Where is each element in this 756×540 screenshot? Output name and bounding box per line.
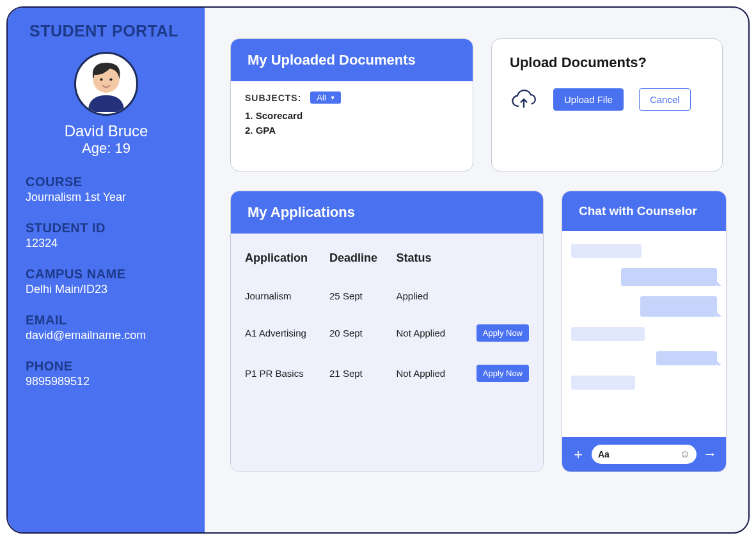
- chat-body: [562, 231, 726, 437]
- chat-bubble-outgoing: [656, 351, 717, 365]
- top-row: My Uploaded Documents SUBJECTS: All ▼ 1.…: [230, 38, 733, 171]
- main-content: My Uploaded Documents SUBJECTS: All ▼ 1.…: [205, 8, 748, 532]
- col-application: Application: [241, 245, 326, 279]
- cancel-upload-button[interactable]: Cancel: [639, 88, 691, 111]
- applications-body: Application Deadline Status Journalism 2…: [231, 234, 543, 472]
- subjects-label: SUBJECTS:: [245, 93, 301, 103]
- subjects-filter-value: All: [317, 93, 326, 102]
- chat-input-bar: ＋ Aa ☺ →: [562, 437, 726, 472]
- phone-label: PHONE: [26, 359, 187, 374]
- student-id-block: STUDENT ID 12324: [26, 221, 187, 250]
- apply-now-button[interactable]: Apply Now: [476, 365, 529, 382]
- student-id-label: STUDENT ID: [26, 221, 187, 235]
- cell-action: Apply Now: [461, 313, 533, 353]
- col-action: [461, 245, 533, 279]
- chat-bubble-incoming: [571, 327, 645, 341]
- cell-application: A1 Advertising: [241, 313, 326, 353]
- cell-deadline: 21 Sept: [326, 353, 392, 393]
- cell-application: P1 PR Basics: [241, 353, 326, 393]
- table-row: P1 PR Basics 21 Sept Not Applied Apply N…: [241, 353, 533, 393]
- applications-header: My Applications: [231, 191, 543, 234]
- uploaded-documents-card: My Uploaded Documents SUBJECTS: All ▼ 1.…: [230, 38, 473, 171]
- cell-deadline: 25 Sept: [326, 279, 392, 313]
- uploaded-documents-body: SUBJECTS: All ▼ 1. Scorecard 2. GPA: [231, 81, 473, 150]
- bottom-row: My Applications Application Deadline Sta…: [230, 191, 733, 472]
- chat-text-input[interactable]: Aa ☺: [592, 445, 697, 464]
- sidebar: STUDENT PORTAL David Bruce Age: 19 COURS…: [8, 8, 205, 532]
- student-id-value: 12324: [26, 237, 187, 250]
- cell-application: Journalism: [241, 279, 326, 313]
- phone-block: PHONE 9895989512: [26, 359, 187, 388]
- cell-status: Not Applied: [392, 353, 461, 393]
- phone-value: 9895989512: [26, 375, 187, 388]
- upload-actions-row: Upload File Cancel: [510, 88, 704, 111]
- cloud-upload-icon: [510, 88, 538, 111]
- upload-documents-title: Upload Documents?: [510, 54, 704, 71]
- campus-block: CAMPUS NAME Delhi Main/ID23: [26, 267, 187, 296]
- chat-bubble-incoming: [571, 376, 635, 390]
- upload-documents-card: Upload Documents? Upload File Cancel: [491, 38, 723, 171]
- subjects-filter-dropdown[interactable]: All ▼: [310, 91, 340, 104]
- email-block: EMAIL david@emailname.com: [26, 313, 187, 342]
- document-list: 1. Scorecard 2. GPA: [245, 110, 459, 136]
- campus-label: CAMPUS NAME: [26, 267, 187, 282]
- apply-now-button[interactable]: Apply Now: [476, 324, 529, 342]
- document-list-item: 1. Scorecard: [245, 110, 459, 121]
- chat-header: Chat with Counselor: [562, 191, 726, 231]
- chat-bubble-outgoing: [640, 296, 717, 317]
- email-label: EMAIL: [26, 313, 187, 328]
- table-row: A1 Advertising 20 Sept Not Applied Apply…: [241, 313, 533, 353]
- upload-file-button[interactable]: Upload File: [553, 88, 624, 111]
- applications-card: My Applications Application Deadline Sta…: [230, 191, 544, 472]
- svg-point-2: [109, 78, 112, 81]
- email-value: david@emailname.com: [26, 329, 187, 342]
- chat-bubble-incoming: [571, 244, 642, 258]
- chat-placeholder: Aa: [598, 449, 610, 459]
- avatar-wrap: [26, 52, 187, 116]
- col-deadline: Deadline: [326, 245, 392, 279]
- chevron-down-icon: ▼: [330, 95, 336, 101]
- send-message-icon[interactable]: →: [703, 446, 717, 463]
- uploaded-documents-header: My Uploaded Documents: [231, 39, 473, 81]
- document-list-item: 2. GPA: [245, 125, 459, 136]
- portal-title: STUDENT PORTAL: [29, 22, 187, 40]
- student-age: Age: 19: [26, 140, 187, 157]
- cell-deadline: 20 Sept: [326, 313, 392, 353]
- course-value: Journalism 1st Year: [26, 191, 187, 204]
- table-row: Journalism 25 Sept Applied: [241, 279, 533, 313]
- avatar-illustration: [76, 52, 136, 114]
- subjects-filter-row: SUBJECTS: All ▼: [245, 91, 459, 104]
- student-name: David Bruce: [26, 122, 187, 140]
- student-portal-app: STUDENT PORTAL David Bruce Age: 19 COURS…: [6, 6, 750, 534]
- emoji-icon[interactable]: ☺: [680, 449, 690, 460]
- col-status: Status: [392, 245, 461, 279]
- course-block: COURSE Journalism 1st Year: [26, 175, 187, 204]
- svg-point-1: [100, 78, 102, 81]
- cell-status: Not Applied: [392, 313, 461, 353]
- cell-action: Apply Now: [461, 353, 533, 393]
- chat-bubble-outgoing: [621, 268, 717, 286]
- add-attachment-icon[interactable]: ＋: [571, 445, 585, 464]
- applications-table: Application Deadline Status Journalism 2…: [241, 245, 533, 393]
- avatar: [74, 52, 138, 116]
- cell-action: [461, 279, 533, 313]
- course-label: COURSE: [26, 175, 187, 189]
- cell-status: Applied: [392, 279, 461, 313]
- chat-card: Chat with Counselor ＋ Aa ☺ →: [562, 191, 727, 472]
- campus-value: Delhi Main/ID23: [26, 283, 187, 296]
